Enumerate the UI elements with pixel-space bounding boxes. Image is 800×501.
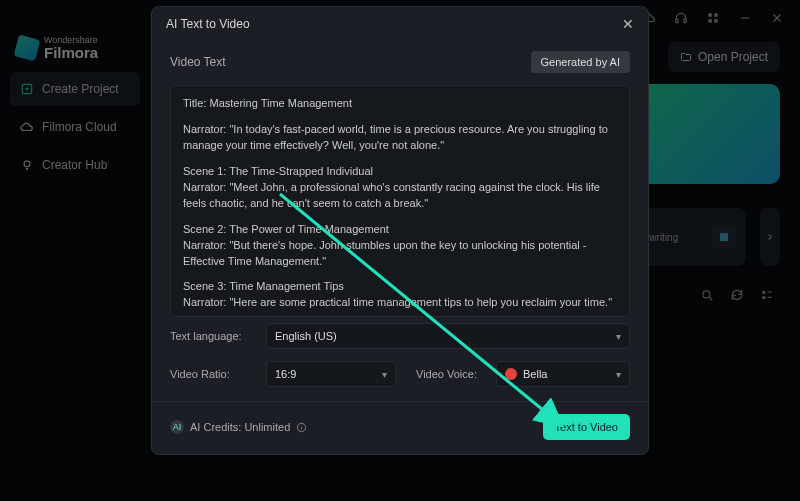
text-to-video-button[interactable]: Text to Video: [543, 414, 630, 440]
text-language-label: Text language:: [170, 330, 256, 342]
ai-badge-icon: AI: [170, 420, 184, 434]
script-scene-header: Scene 2: The Power of Time Management: [183, 222, 617, 238]
script-title-line: Title: Mastering Time Management: [183, 96, 617, 112]
script-paragraph: Narrator: "In today's fast-paced world, …: [183, 122, 617, 154]
script-textarea[interactable]: Title: Mastering Time Management Narrato…: [170, 85, 630, 317]
video-voice-select[interactable]: Bella ▾: [496, 361, 630, 387]
modal-backdrop: AI Text to Video ✕ Video Text Generated …: [0, 0, 800, 501]
chevron-down-icon: ▾: [382, 369, 387, 380]
ai-text-to-video-modal: AI Text to Video ✕ Video Text Generated …: [151, 6, 649, 455]
video-ratio-label: Video Ratio:: [170, 368, 256, 380]
text-language-value: English (US): [275, 330, 337, 342]
voice-avatar-icon: [505, 368, 517, 380]
ai-credits-info: AI AI Credits: Unlimited: [170, 420, 307, 434]
ai-credits-label: AI Credits: Unlimited: [190, 421, 290, 433]
text-language-select[interactable]: English (US) ▾: [266, 323, 630, 349]
chevron-down-icon: ▾: [616, 369, 621, 380]
video-ratio-select[interactable]: 16:9 ▾: [266, 361, 396, 387]
script-scene-header: Scene 1: The Time-Strapped Individual: [183, 164, 617, 180]
script-scene-header: Scene 3: Time Management Tips: [183, 279, 617, 295]
video-text-label: Video Text: [170, 55, 226, 69]
modal-close-button[interactable]: ✕: [622, 16, 634, 32]
video-ratio-value: 16:9: [275, 368, 296, 380]
script-paragraph: Narrator: "Here are some practical time …: [183, 295, 617, 311]
chevron-down-icon: ▾: [616, 331, 621, 342]
generated-by-ai-button[interactable]: Generated by AI: [531, 51, 631, 73]
video-voice-value: Bella: [523, 368, 547, 380]
script-paragraph: Narrator: "Meet John, a professional who…: [183, 180, 617, 212]
modal-title: AI Text to Video: [166, 17, 250, 31]
script-paragraph: Narrator: "But there's hope. John stumbl…: [183, 238, 617, 270]
video-voice-label: Video Voice:: [416, 368, 486, 380]
info-icon[interactable]: [296, 422, 307, 433]
